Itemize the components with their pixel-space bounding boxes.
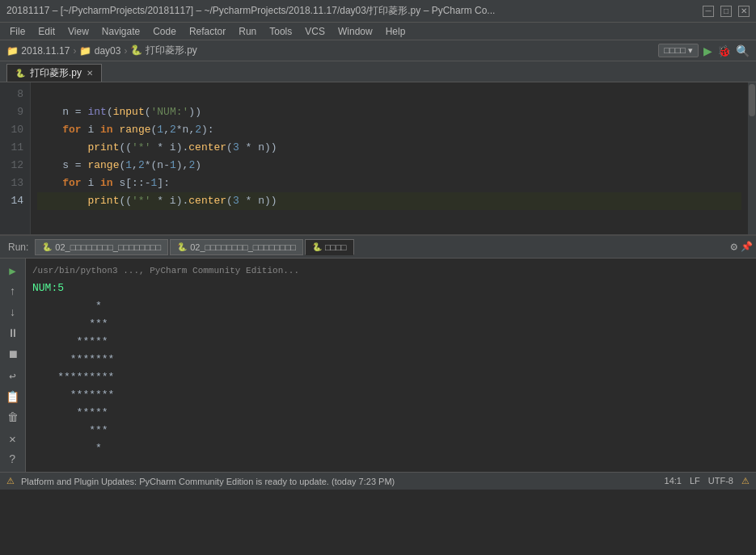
output-star-9: * (32, 439, 750, 457)
status-right: 14:1 LF UTF-8 ⚠ (665, 476, 750, 486)
code-line-13: for i in s[::-1]: (37, 174, 741, 192)
run-content-area: ▶ ↑ ↓ ⏸ ⏹ ↩ 📋 🗑 ✕ ? /usr/bin/python3 ...… (0, 259, 756, 472)
editor-tab-bar: 🐍 打印菱形.py ✕ (0, 61, 756, 82)
maximize-button[interactable]: □ (720, 6, 732, 17)
py-icon-2: 🐍 (177, 242, 187, 251)
output-star-8: *** (32, 422, 750, 439)
encoding: UTF-8 (708, 476, 733, 486)
run-side-up-button[interactable]: ↑ (4, 283, 22, 301)
output-star-7: ***** (32, 404, 750, 422)
breadcrumb-sep2: › (124, 45, 127, 57)
status-bar: ⚠ Platform and Plugin Updates: PyCharm C… (0, 472, 756, 490)
menu-view[interactable]: View (63, 24, 94, 39)
line-num-14: 14 (6, 192, 23, 210)
line-num-11: 11 (6, 139, 23, 157)
run-tab-label-2: 02_□□□□□□□□_□□□□□□□□ (190, 242, 296, 252)
output-star-3: ***** (32, 333, 750, 351)
debug-button[interactable]: 🐞 (717, 44, 731, 57)
menu-file[interactable]: File (5, 24, 30, 39)
py-icon-1: 🐍 (42, 242, 52, 251)
run-tab-right-controls: ⚙ 📌 (731, 240, 753, 254)
run-tab-label-3: □□□□ (325, 242, 347, 252)
menu-code[interactable]: Code (148, 24, 181, 39)
run-side-run-button[interactable]: ▶ (4, 262, 22, 280)
run-panel: Run: 🐍 02_□□□□□□□□_□□□□□□□□ 🐍 02_□□□□□□□… (0, 234, 756, 472)
code-line-9: n = int(input('NUM:')) (37, 103, 741, 121)
run-label: Run: (3, 240, 33, 254)
window-controls: ─ □ ✕ (703, 6, 750, 17)
run-side-clipboard-button[interactable]: 📋 (4, 388, 22, 406)
menu-run[interactable]: Run (234, 24, 261, 39)
tab-label: 打印菱形.py (30, 66, 82, 80)
menu-refactor[interactable]: Refactor (184, 24, 230, 39)
run-config-dropdown[interactable]: □□□□ ▾ (658, 44, 699, 57)
run-side-close-button[interactable]: ✕ (4, 430, 22, 448)
window-title: 20181117 – [~/PycharmProjects/20181117] … (6, 4, 495, 18)
scrollbar-thumb[interactable] (749, 84, 755, 116)
settings-icon[interactable]: ⚙ (731, 240, 737, 254)
warning-icon: ⚠ (6, 476, 15, 486)
code-line-12: s = range(1,2*(n-1),2) (37, 157, 741, 174)
line-num-10: 10 (6, 121, 23, 139)
menu-vcs[interactable]: VCS (300, 24, 330, 39)
pin-icon[interactable]: 📌 (741, 241, 753, 253)
breadcrumb-actions: □□□□ ▾ ▶ 🐞 🔍 (658, 44, 750, 57)
run-output: /usr/bin/python3 ..., PyCharm Community … (26, 259, 756, 472)
tab-close-icon[interactable]: ✕ (87, 69, 93, 78)
output-star-1: * (32, 297, 750, 315)
breadcrumb-item2[interactable]: 📁 day03 (79, 45, 120, 57)
run-side-stop-button[interactable]: ⏹ (4, 346, 22, 364)
menu-tools[interactable]: Tools (264, 24, 297, 39)
run-tab-1[interactable]: 🐍 02_□□□□□□□□_□□□□□□□□ (35, 239, 168, 255)
run-side-pause-button[interactable]: ⏸ (4, 325, 22, 343)
search-button[interactable]: 🔍 (736, 44, 750, 57)
output-truncated: /usr/bin/python3 ..., PyCharm Community … (32, 262, 750, 280)
output-star-2: *** (32, 315, 750, 333)
run-tab-3[interactable]: 🐍 □□□□ (305, 239, 354, 255)
menu-bar: File Edit View Navigate Code Refactor Ru… (0, 23, 756, 40)
menu-edit[interactable]: Edit (33, 24, 60, 39)
output-star-4: ******* (32, 351, 750, 368)
menu-help[interactable]: Help (381, 24, 411, 39)
py-icon-3: 🐍 (312, 242, 322, 251)
line-ending: LF (690, 476, 700, 486)
menu-navigate[interactable]: Navigate (97, 24, 145, 39)
code-line-14: print(('*' * i).center(3 * n)) (37, 192, 741, 210)
line-numbers: 8 9 10 11 12 13 14 (0, 82, 31, 234)
code-editor[interactable]: n = int(input('NUM:')) for i in range(1,… (31, 82, 748, 234)
cursor-position: 14:1 (665, 476, 682, 486)
close-button[interactable]: ✕ (738, 6, 750, 17)
run-side-help-button[interactable]: ? (4, 451, 22, 469)
editor-area: 8 9 10 11 12 13 14 n = int(input('NUM:')… (0, 82, 756, 234)
run-side-clear-button[interactable]: 🗑 (4, 409, 22, 427)
run-tab-2[interactable]: 🐍 02_□□□□□□□□_□□□□□□□□ (170, 239, 303, 255)
title-bar: 20181117 – [~/PycharmProjects/20181117] … (0, 0, 756, 23)
line-num-9: 9 (6, 103, 23, 121)
run-side-rerun-button[interactable]: ↩ (4, 367, 22, 385)
menu-window[interactable]: Window (333, 24, 378, 39)
run-button[interactable]: ▶ (703, 44, 712, 57)
run-tab-label-1: 02_□□□□□□□□_□□□□□□□□ (55, 242, 161, 252)
breadcrumb-bar: 📁 2018.11.17 › 📁 day03 › 🐍 打印菱形.py □□□□ … (0, 40, 756, 61)
output-prompt: NUM:5 (32, 280, 750, 297)
tab-active-file[interactable]: 🐍 打印菱形.py ✕ (6, 64, 102, 82)
breadcrumb-item3[interactable]: 🐍 打印菱形.py (130, 44, 196, 57)
output-star-5: ********* (32, 368, 750, 386)
run-side-down-button[interactable]: ↓ (4, 304, 22, 322)
run-sidebar: ▶ ↑ ↓ ⏸ ⏹ ↩ 📋 🗑 ✕ ? (0, 259, 26, 472)
line-num-13: 13 (6, 174, 23, 192)
run-tab-bar: Run: 🐍 02_□□□□□□□□_□□□□□□□□ 🐍 02_□□□□□□□… (0, 236, 756, 259)
minimize-button[interactable]: ─ (703, 6, 714, 17)
python-file-icon: 🐍 (15, 69, 25, 78)
code-line-10: for i in range(1,2*n,2): (37, 121, 741, 139)
breadcrumb-item1[interactable]: 📁 2018.11.17 (6, 45, 70, 57)
update-icon: ⚠ (741, 476, 750, 486)
line-num-12: 12 (6, 157, 23, 174)
line-num-8: 8 (6, 86, 23, 103)
editor-scrollbar[interactable] (748, 82, 756, 234)
code-line-8 (37, 86, 741, 103)
breadcrumb-sep1: › (73, 45, 76, 57)
code-line-11: print(('*' * i).center(3 * n)) (37, 139, 741, 157)
status-message: Platform and Plugin Updates: PyCharm Com… (21, 477, 395, 486)
output-star-6: ******* (32, 386, 750, 404)
